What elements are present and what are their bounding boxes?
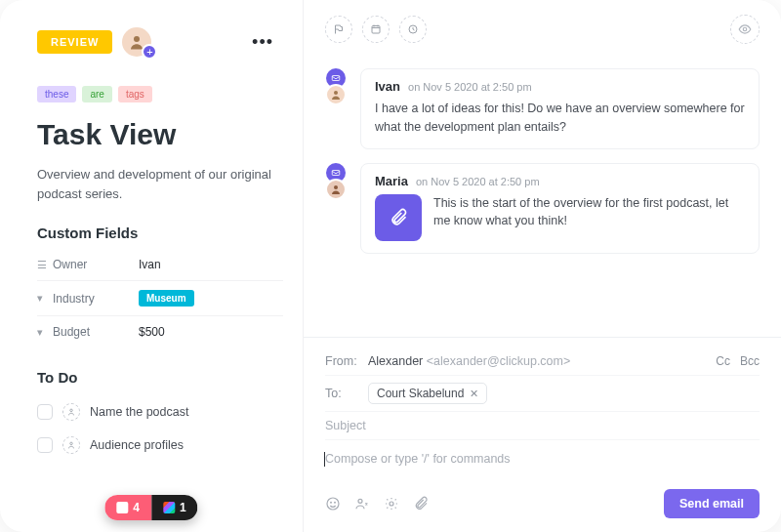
svg-point-10 xyxy=(327,498,339,510)
svg-point-2 xyxy=(70,442,73,445)
dropdown-field-icon: ▾ xyxy=(37,326,53,339)
status-badge[interactable]: REVIEW xyxy=(37,30,112,54)
body-input[interactable]: Compose or type '/' for commands xyxy=(325,440,760,485)
svg-rect-6 xyxy=(332,76,340,81)
cf-label: Owner xyxy=(53,258,139,271)
settings-icon[interactable] xyxy=(384,496,399,512)
comment: Mariaon Nov 5 2020 at 2:50 pm This is th… xyxy=(321,163,760,254)
from-value[interactable]: Alexander <alexander@clickup.com> xyxy=(368,354,570,368)
svg-point-5 xyxy=(743,27,747,31)
integration-pills[interactable]: 4 1 xyxy=(104,495,197,520)
figma-icon xyxy=(163,502,175,513)
add-assignee-icon[interactable]: + xyxy=(142,44,157,60)
svg-point-1 xyxy=(70,409,73,412)
todo-heading: To Do xyxy=(37,369,283,386)
comment-text: I have a lot of ideas for this! Do we ha… xyxy=(375,100,745,137)
comment-author: Maria xyxy=(375,174,408,188)
pill-figma[interactable]: 1 xyxy=(151,495,198,520)
calendar-icon[interactable] xyxy=(362,16,390,43)
svg-point-9 xyxy=(334,185,338,189)
todo-label: Name the podcast xyxy=(90,405,188,419)
app-icon xyxy=(116,502,128,513)
comment-text: This is the start of the overview for th… xyxy=(433,194,745,241)
clock-icon[interactable] xyxy=(399,16,427,43)
cf-owner-row: ☰ Owner Ivan xyxy=(37,249,283,280)
cf-budget-row: ▾ Budget $500 xyxy=(37,315,283,348)
todo-item[interactable]: Name the podcast xyxy=(37,395,283,429)
to-label: To: xyxy=(325,387,368,400)
checkbox[interactable] xyxy=(37,437,53,453)
todo-label: Audience profiles xyxy=(90,438,184,452)
more-menu-icon[interactable]: ••• xyxy=(252,32,273,53)
watch-icon[interactable] xyxy=(730,15,760,44)
svg-point-0 xyxy=(134,36,140,42)
cf-value[interactable]: Ivan xyxy=(139,258,161,271)
svg-point-12 xyxy=(335,502,336,503)
assignee-avatar[interactable]: + xyxy=(122,27,151,57)
custom-fields-heading: Custom Fields xyxy=(37,225,283,241)
tag-list: these are tags xyxy=(37,86,283,102)
assign-icon[interactable] xyxy=(62,403,80,421)
comment-timestamp: on Nov 5 2020 at 2:50 pm xyxy=(408,81,532,93)
svg-rect-3 xyxy=(372,26,380,34)
emoji-icon[interactable] xyxy=(325,496,341,512)
comment: Ivanon Nov 5 2020 at 2:50 pm I have a lo… xyxy=(321,68,760,149)
recipient-chip[interactable]: Court Skabelund✕ xyxy=(368,383,487,404)
activity-panel: Ivanon Nov 5 2020 at 2:50 pm I have a lo… xyxy=(303,0,781,532)
comment-author: Ivan xyxy=(375,79,400,94)
cf-label: Industry xyxy=(53,292,139,306)
cf-industry-row: ▾ Industry Museum xyxy=(37,280,283,315)
todo-item[interactable]: Audience profiles xyxy=(37,429,283,462)
subject-input[interactable]: Subject xyxy=(325,419,366,432)
task-description[interactable]: Overview and development of our original… xyxy=(37,165,283,203)
mention-icon[interactable] xyxy=(354,496,370,512)
attachment-icon[interactable] xyxy=(375,194,422,241)
tag[interactable]: are xyxy=(82,86,111,102)
cf-value-chip[interactable]: Museum xyxy=(139,290,194,307)
svg-point-13 xyxy=(358,499,362,503)
dropdown-field-icon: ▾ xyxy=(37,292,53,305)
svg-point-11 xyxy=(331,502,332,503)
pill-red[interactable]: 4 xyxy=(104,495,151,520)
comment-timestamp: on Nov 5 2020 at 2:50 pm xyxy=(416,176,540,187)
email-composer: From: Alexander <alexander@clickup.com> … xyxy=(304,337,781,532)
from-label: From: xyxy=(325,354,368,368)
attachment-icon[interactable] xyxy=(413,496,429,512)
task-title[interactable]: Task View xyxy=(37,118,283,151)
tag[interactable]: tags xyxy=(118,86,152,102)
assign-icon[interactable] xyxy=(62,436,80,454)
bcc-button[interactable]: Bcc xyxy=(740,354,760,368)
remove-recipient-icon[interactable]: ✕ xyxy=(470,388,478,400)
flag-icon[interactable] xyxy=(325,16,352,43)
tag[interactable]: these xyxy=(37,86,76,102)
comment-avatar[interactable] xyxy=(325,179,347,200)
comment-avatar[interactable] xyxy=(325,84,347,105)
svg-point-14 xyxy=(390,502,393,506)
task-detail-panel: REVIEW + ••• these are tags Task View Ov… xyxy=(0,0,303,532)
svg-rect-8 xyxy=(332,170,340,175)
cf-value[interactable]: $500 xyxy=(139,325,165,339)
send-email-button[interactable]: Send email xyxy=(664,489,760,518)
checkbox[interactable] xyxy=(37,404,53,420)
cc-button[interactable]: Cc xyxy=(716,354,730,368)
text-field-icon: ☰ xyxy=(37,259,53,271)
cf-label: Budget xyxy=(53,325,139,339)
svg-point-7 xyxy=(334,91,338,95)
